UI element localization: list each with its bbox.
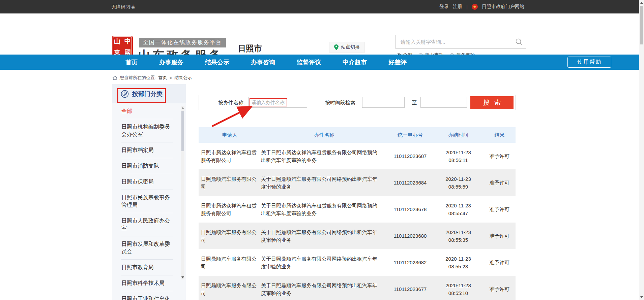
accessibility-link[interactable]: 无障碍阅读: [111, 0, 135, 13]
table-row[interactable]: 日照鼎顺汽车服务有限公司关于日照鼎顺汽车服务有限公司网络预约出租汽车年度审验的业…: [199, 223, 516, 249]
nav-item-办事咨询[interactable]: 办事咨询: [251, 58, 275, 66]
page-scroll-down-icon[interactable]: [640, 296, 643, 298]
applicant-cell: 日照鼎顺汽车服务有限公司: [199, 281, 261, 297]
completion-date: 2020-11-23: [433, 202, 484, 209]
department-item[interactable]: 全部: [121, 103, 173, 119]
department-item[interactable]: 日照市保密局: [121, 174, 173, 190]
column-header: 统一申办号: [387, 132, 433, 138]
department-item[interactable]: 日照市民族宗教事务管理局: [121, 190, 173, 213]
breadcrumb-separator: >: [170, 75, 172, 80]
table-row[interactable]: 日照市腾达众祥汽车租赁服务有限公司关于日照市腾达众祥汽车租赁服务有限公司网络预约…: [199, 143, 516, 169]
national-emblem-icon: ★: [472, 4, 478, 10]
date-to-field: [420, 97, 467, 108]
completion-date: 2020-11-23: [433, 148, 484, 156]
department-item[interactable]: 日照市工业和信息化: [121, 291, 173, 300]
result-cell: 准予许可: [484, 285, 516, 293]
completion-time-cell: 2020-11-2308:56:11: [433, 148, 484, 164]
sidebar-scroll-thumb[interactable]: [181, 111, 184, 151]
login-link[interactable]: 登录: [439, 4, 449, 10]
search-button[interactable]: 搜索: [470, 96, 514, 109]
time-filter-label: 按时间段检索:: [325, 99, 357, 106]
current-city-label: 日照市: [238, 43, 262, 54]
topbar-separator: |: [466, 4, 468, 9]
completion-date: 2020-11-23: [433, 255, 484, 263]
department-sidebar: 按部门分类 全部日照市机构编制委员会办公室日照市档案局日照市消防支队日照市保密局…: [112, 84, 186, 300]
nav-item-结果公示[interactable]: 结果公示: [205, 58, 229, 66]
completion-clock-time: 08:55:35: [433, 236, 484, 244]
name-filter-field: [248, 97, 307, 108]
item-title-cell: 关于日照鼎顺汽车服务有限公司网络预约出租汽车年度审验的业务: [261, 255, 387, 270]
nav-item-首页[interactable]: 首页: [125, 58, 138, 66]
home-icon: [112, 75, 117, 80]
platform-tag: 全国一体化在线政务服务平台: [139, 38, 226, 47]
nav-item-好差评[interactable]: 好差评: [388, 58, 407, 66]
department-item[interactable]: 日照市发展和改革委员会: [121, 236, 173, 260]
item-title-cell: 关于日照鼎顺汽车服务有限公司网络预约出租汽车年度审验的业务: [261, 281, 387, 297]
date-from-input[interactable]: [362, 97, 404, 107]
completion-clock-time: 08:56:11: [433, 156, 484, 164]
department-item[interactable]: 日照市档案局: [121, 142, 173, 158]
site-switch-button[interactable]: 站点切换: [329, 42, 365, 53]
department-item[interactable]: 日照市科学技术局: [121, 275, 173, 291]
department-item[interactable]: 日照市机构编制委员会办公室: [121, 119, 173, 142]
applicant-cell: 日照鼎顺汽车服务有限公司: [199, 228, 261, 244]
completion-time-cell: 2020-11-2308:55:10: [433, 281, 484, 297]
keyword-search-box: [396, 35, 526, 49]
seal-character: 中: [124, 37, 131, 46]
table-row[interactable]: 日照鼎顺汽车服务有限公司关于日照鼎顺汽车服务有限公司网络预约出租汽车年度审验的业…: [199, 169, 516, 196]
page-scroll-up-icon[interactable]: [640, 2, 643, 4]
results-table: 申请人办件名称统一申办号办结时间结果 日照市腾达众祥汽车租赁服务有限公司关于日照…: [199, 127, 516, 300]
item-title-cell: 关于日照市腾达众祥汽车租赁服务有限公司网络预约出租汽车年度审验的业务: [261, 148, 387, 164]
nav-item-中介超市[interactable]: 中介超市: [343, 58, 367, 66]
department-item[interactable]: 日照市教育局: [121, 260, 173, 275]
column-header: 结果: [484, 132, 516, 138]
city-portal-link[interactable]: 日照市政府门户网站: [482, 4, 524, 10]
table-row[interactable]: 日照市腾达众祥汽车租赁服务有限公司关于日照市腾达众祥汽车租赁服务有限公司网络预约…: [199, 196, 516, 223]
completion-date: 2020-11-23: [433, 175, 484, 183]
site-header: 山中東國 全国一体化在线政务服务平台 山东政务服务 日照市 站点切换 全部权力事…: [0, 13, 639, 55]
sidebar-scrollbar[interactable]: [181, 106, 184, 279]
breadcrumb-prefix: 您当前所在的位置:: [120, 75, 156, 81]
main-content: 按办件名称: 按时间段检索: 至 搜索 申请人办件名称统一申办号办结时间结果 日…: [199, 95, 516, 110]
table-row[interactable]: 日照鼎顺汽车服务有限公司关于日照鼎顺汽车服务有限公司网络预约出租汽车年度审验的业…: [199, 249, 516, 276]
completion-time-cell: 2020-11-2308:55:59: [433, 175, 484, 191]
item-title-cell: 关于日照鼎顺汽车服务有限公司网络预约出租汽车年度审验的业务: [261, 175, 387, 191]
application-id-cell: 110112023687: [387, 152, 433, 160]
application-id-cell: 110112023677: [387, 285, 433, 293]
date-to-input[interactable]: [421, 97, 467, 107]
location-pin-icon: [334, 44, 339, 50]
date-from-field: [362, 97, 405, 108]
item-title-cell: 关于日照鼎顺汽车服务有限公司网络预约出租汽车年度审验的业务: [261, 228, 387, 244]
sidebar-scroll-up-icon[interactable]: [181, 107, 184, 109]
applicant-cell: 日照鼎顺汽车服务有限公司: [199, 255, 261, 270]
page-scroll-thumb[interactable]: [640, 6, 643, 44]
search-icon[interactable]: [512, 38, 526, 45]
table-header-row: 申请人办件名称统一申办号办结时间结果: [199, 127, 516, 143]
keyword-search-input[interactable]: [396, 35, 512, 48]
completion-clock-time: 08:55:59: [433, 183, 484, 191]
register-link[interactable]: 注册: [453, 4, 462, 10]
applicant-cell: 日照鼎顺汽车服务有限公司: [199, 175, 261, 191]
breadcrumb-home-link[interactable]: 首页: [158, 75, 167, 81]
applicant-cell: 日照市腾达众祥汽车租赁服务有限公司: [199, 148, 261, 164]
completion-time-cell: 2020-11-2308:55:35: [433, 228, 484, 244]
nav-item-办事服务[interactable]: 办事服务: [159, 58, 183, 66]
nav-item-监督评议[interactable]: 监督评议: [297, 58, 321, 66]
completion-time-cell: 2020-11-2308:55:23: [433, 255, 484, 270]
category-icon: [121, 90, 129, 98]
application-id-cell: 110112023680: [387, 232, 433, 240]
help-button[interactable]: 使用帮助: [567, 57, 611, 68]
completion-clock-time: 08:55:10: [433, 289, 484, 297]
column-header: 办结时间: [433, 132, 484, 138]
top-utility-bar: 无障碍阅读 登录 注册 | ★ 日照市政府门户网站: [0, 0, 639, 13]
name-filter-input[interactable]: [249, 97, 307, 107]
department-item[interactable]: 日照市消防支队: [121, 158, 173, 174]
table-row[interactable]: 日照鼎顺汽车服务有限公司关于日照鼎顺汽车服务有限公司网络预约出租汽车年度审验的业…: [199, 276, 516, 300]
application-id-cell: 110112023678: [387, 205, 433, 213]
sidebar-scroll-down-icon[interactable]: [181, 276, 184, 278]
page-scrollbar[interactable]: [639, 0, 644, 300]
department-item[interactable]: 日照市人民政府办公室: [121, 213, 173, 236]
column-header: 办件名称: [261, 132, 387, 138]
column-header: 申请人: [199, 132, 261, 138]
seal-character: 山: [114, 37, 120, 46]
